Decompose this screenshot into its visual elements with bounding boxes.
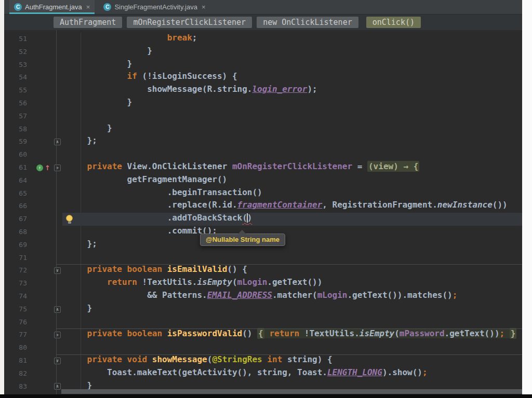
close-icon[interactable]: × bbox=[202, 3, 206, 11]
code-line[interactable]: 66 .replace(R.id.fragmentContainer, Regi… bbox=[4, 200, 522, 213]
code-line[interactable]: 75∧ } bbox=[4, 303, 522, 316]
line-number[interactable]: 61 bbox=[4, 161, 30, 174]
code-line[interactable]: 56 } bbox=[4, 97, 522, 110]
code-line[interactable]: 61↑↑+ private View.OnClickListener mOnRe… bbox=[4, 161, 522, 174]
line-number[interactable]: 67 bbox=[4, 213, 30, 226]
line-number[interactable]: 52 bbox=[4, 46, 30, 59]
close-icon[interactable]: × bbox=[86, 3, 90, 11]
code-text[interactable]: } bbox=[62, 46, 522, 59]
fold-marker-icon[interactable]: ∧ bbox=[54, 139, 61, 145]
horizontal-scrollbar-thumb[interactable] bbox=[61, 389, 522, 394]
code-text[interactable]: .addToBackStack() bbox=[62, 213, 522, 226]
line-number[interactable]: 66 bbox=[4, 200, 30, 213]
line-number[interactable]: 65 bbox=[4, 187, 30, 200]
fold-marker-icon[interactable]: + bbox=[54, 164, 61, 171]
line-number[interactable]: 80 bbox=[4, 341, 30, 354]
code-text[interactable]: getFragmentManager() bbox=[62, 174, 522, 187]
line-number[interactable]: 53 bbox=[4, 59, 30, 72]
code-line[interactable]: 74 && Patterns.EMAIL_ADDRESS.matcher(mLo… bbox=[4, 290, 522, 303]
code-line[interactable]: 57 bbox=[4, 110, 522, 123]
code-line[interactable]: 52 } bbox=[4, 46, 522, 59]
code-text[interactable]: if (!isLoginSuccess) { bbox=[62, 71, 522, 84]
line-number[interactable]: 58 bbox=[4, 123, 30, 136]
code-text[interactable]: .beginTransaction() bbox=[62, 187, 522, 200]
fold-marker-icon[interactable]: ∨ bbox=[54, 267, 61, 274]
code-line[interactable]: 72∨ private boolean isEmailValid() { bbox=[4, 264, 522, 277]
code-line[interactable]: 54 if (!isLoginSuccess) { bbox=[4, 71, 522, 84]
code-line[interactable]: 60 bbox=[4, 148, 522, 161]
fold-marker-icon[interactable]: ∧ bbox=[54, 383, 61, 390]
code-text[interactable]: }; bbox=[62, 135, 522, 148]
line-number[interactable]: 64 bbox=[4, 174, 30, 187]
code-line[interactable]: 77+ private boolean isPasswordValid() { … bbox=[4, 328, 522, 341]
tab-authfragment[interactable]: C AuthFragment.java × bbox=[9, 0, 95, 14]
fold-marker-icon[interactable]: ∧ bbox=[54, 306, 61, 313]
line-number[interactable]: 75 bbox=[4, 303, 30, 316]
line-number[interactable]: 73 bbox=[4, 277, 30, 290]
line-number[interactable]: 71 bbox=[4, 252, 30, 265]
code-text[interactable]: showMessage(R.string.login_error); bbox=[62, 84, 522, 97]
code-line[interactable]: 80 bbox=[4, 341, 522, 354]
code-text[interactable]: private boolean isPasswordValid() { retu… bbox=[62, 328, 522, 341]
code-text[interactable] bbox=[62, 316, 522, 329]
line-number[interactable]: 82 bbox=[4, 367, 30, 380]
code-text[interactable]: private View.OnClickListener mOnRegister… bbox=[62, 161, 522, 174]
code-text[interactable]: return !TextUtils.isEmpty(mLogin.getText… bbox=[62, 277, 522, 290]
line-number[interactable]: 60 bbox=[4, 148, 30, 161]
breadcrumb-item-anonymous-class[interactable]: new OnClickListener bbox=[257, 17, 358, 28]
code-line[interactable]: 55 showMessage(R.string.login_error); bbox=[4, 84, 522, 97]
line-number[interactable]: 56 bbox=[4, 97, 30, 110]
line-number[interactable]: 55 bbox=[4, 84, 30, 97]
breadcrumb-item-class[interactable]: AuthFragment bbox=[54, 17, 122, 28]
code-text[interactable]: }; bbox=[62, 239, 522, 252]
code-text[interactable] bbox=[62, 341, 522, 354]
line-number[interactable]: 54 bbox=[4, 71, 30, 84]
code-line[interactable]: 73 return !TextUtils.isEmpty(mLogin.getT… bbox=[4, 277, 522, 290]
line-number[interactable]: 68 bbox=[4, 226, 30, 239]
code-line[interactable]: 76 bbox=[4, 316, 522, 329]
code-line[interactable]: 67 .addToBackStack() bbox=[4, 213, 522, 226]
code-text[interactable]: && Patterns.EMAIL_ADDRESS.matcher(mLogin… bbox=[62, 290, 522, 303]
code-line[interactable]: 58 } bbox=[4, 123, 522, 136]
fold-marker-icon[interactable]: ∨ bbox=[54, 358, 61, 364]
overrides-icon[interactable]: ↑ bbox=[36, 164, 43, 171]
fold-marker-icon[interactable]: + bbox=[54, 332, 61, 338]
code-text[interactable]: break; bbox=[62, 33, 522, 46]
code-line[interactable]: 64 getFragmentManager() bbox=[4, 174, 522, 187]
code-text[interactable]: } bbox=[62, 59, 522, 72]
code-line[interactable]: 81∨ private void showMessage(@StringRes … bbox=[4, 354, 522, 367]
code-text[interactable]: } bbox=[62, 123, 522, 136]
code-text[interactable]: .commit(); bbox=[62, 226, 522, 239]
code-text[interactable]: .replace(R.id.fragmentContainer, Registr… bbox=[62, 200, 522, 213]
code-text[interactable] bbox=[62, 110, 522, 123]
code-text[interactable] bbox=[62, 148, 522, 161]
line-number[interactable]: 72 bbox=[4, 264, 30, 277]
line-number[interactable]: 51 bbox=[4, 33, 30, 46]
line-number[interactable]: 59 bbox=[4, 135, 30, 148]
code-line[interactable]: 53 } bbox=[4, 59, 522, 72]
code-text[interactable]: } bbox=[62, 303, 522, 316]
code-area[interactable]: 51 break;52 }53 }54 if (!isLoginSuccess)… bbox=[4, 33, 522, 398]
code-text[interactable]: } bbox=[62, 97, 522, 110]
line-number[interactable]: 74 bbox=[4, 290, 30, 303]
code-line[interactable]: 82 Toast.makeText(getActivity(), string,… bbox=[4, 367, 522, 380]
line-number[interactable]: 76 bbox=[4, 316, 30, 329]
code-text[interactable]: Toast.makeText(getActivity(), string, To… bbox=[62, 367, 522, 380]
implements-arrow-icon[interactable]: ↑ bbox=[45, 164, 50, 171]
line-number[interactable]: 83 bbox=[4, 380, 30, 393]
code-editor[interactable]: 51 break;52 }53 }54 if (!isLoginSuccess)… bbox=[4, 30, 522, 398]
code-text[interactable] bbox=[62, 252, 522, 265]
code-line[interactable]: 71 bbox=[4, 252, 522, 265]
line-number[interactable]: 77 bbox=[4, 328, 30, 341]
line-number[interactable]: 81 bbox=[4, 354, 30, 367]
code-text[interactable]: private boolean isEmailValid() { bbox=[62, 264, 522, 277]
code-line[interactable]: 59∧ }; bbox=[4, 135, 522, 148]
tab-singlefragmentactivity[interactable]: C SingleFragmentActivity.java × bbox=[99, 0, 210, 14]
line-number[interactable]: 69 bbox=[4, 239, 30, 252]
code-text[interactable]: private void showMessage(@StringRes int … bbox=[62, 354, 522, 367]
line-number[interactable]: 57 bbox=[4, 110, 30, 123]
breadcrumb-item-field[interactable]: mOnRegisterClickListener bbox=[127, 17, 252, 28]
breadcrumb-item-method[interactable]: onClick() bbox=[366, 17, 421, 28]
code-line[interactable]: 65 .beginTransaction() bbox=[4, 187, 522, 200]
code-line[interactable]: 51 break; bbox=[4, 33, 522, 46]
